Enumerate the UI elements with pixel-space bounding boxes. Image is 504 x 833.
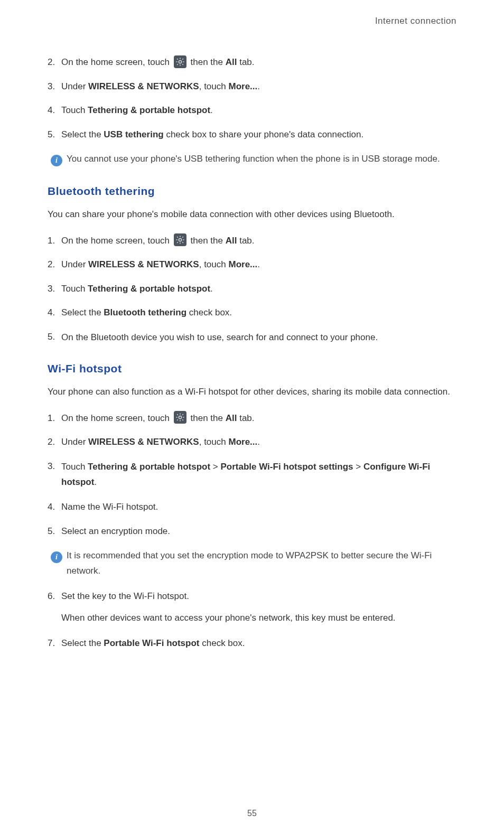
step-number: 2. — [48, 258, 61, 272]
step-text: Select the USB tethering check box to sh… — [61, 128, 456, 142]
step-text: On the home screen, touch then the All t… — [61, 55, 456, 69]
text: . — [257, 259, 260, 269]
text: On the home screen, touch — [61, 413, 172, 423]
wifi-heading: Wi-Fi hotspot — [48, 362, 456, 375]
text: Under — [61, 437, 88, 447]
step-text: Under WIRELESS & NETWORKS, touch More...… — [61, 80, 456, 93]
step-number: 5. — [48, 525, 61, 538]
text: . — [210, 105, 213, 115]
bold-text: More... — [228, 437, 257, 447]
text: > — [210, 462, 220, 472]
text: , touch — [199, 437, 229, 447]
note-text: It is recommended that you set the encry… — [67, 548, 456, 579]
settings-icon — [174, 55, 186, 68]
step-number: 4. — [48, 306, 61, 320]
bold-text: Tethering & portable hotspot — [88, 462, 210, 472]
step-number: 4. — [48, 500, 61, 514]
settings-icon — [174, 411, 186, 424]
step-text: Touch Tethering & portable hotspot. — [61, 282, 456, 296]
wifi-desc: Your phone can also function as a Wi-Fi … — [48, 385, 456, 400]
step-subtext: When other devices want to access your p… — [61, 611, 456, 626]
step-number: 5. — [48, 128, 61, 142]
bluetooth-heading: Bluetooth tethering — [48, 185, 456, 198]
bt-step-1: 1. On the home screen, touch then the Al… — [48, 234, 456, 248]
text: On the home screen, touch — [61, 236, 172, 246]
wifi-step-3: 3. Touch Tethering & portable hotspot > … — [48, 460, 456, 490]
page-header: Internet connection — [48, 16, 456, 26]
step-number: 3. — [48, 282, 61, 296]
wifi-step-7: 7. Select the Portable Wi-Fi hotspot che… — [48, 637, 456, 650]
bold-text: Bluetooth tethering — [104, 307, 186, 317]
step-text: Select the Bluetooth tethering check box… — [61, 306, 456, 320]
text: Select the — [61, 638, 104, 648]
step-number: 3. — [48, 460, 61, 490]
step-number: 4. — [48, 104, 61, 117]
wifi-step-2: 2. Under WIRELESS & NETWORKS, touch More… — [48, 435, 456, 449]
text: . — [210, 284, 213, 294]
svg-point-1 — [179, 239, 181, 241]
step-text: Touch Tethering & portable hotspot. — [61, 104, 456, 117]
svg-point-2 — [179, 416, 181, 418]
wifi-step-5: 5. Select an encryption mode. — [48, 525, 456, 538]
step-text: On the home screen, touch then the All t… — [61, 234, 456, 248]
text: check box to share your phone's data con… — [164, 129, 363, 139]
text: tab. — [237, 57, 254, 67]
step-number: 2. — [48, 55, 61, 69]
text: Select the — [61, 307, 104, 317]
bold-text: More... — [228, 259, 257, 269]
bold-text: All — [226, 236, 237, 246]
step-text: Under WIRELESS & NETWORKS, touch More...… — [61, 258, 456, 272]
text: then the — [191, 413, 226, 423]
usb-note: i You cannot use your phone's USB tether… — [48, 152, 456, 168]
info-icon-circle: i — [51, 155, 62, 166]
usb-step-4: 4. Touch Tethering & portable hotspot. — [48, 104, 456, 117]
wifi-step-1: 1. On the home screen, touch then the Al… — [48, 411, 456, 425]
note-text: You cannot use your phone's USB tetherin… — [67, 152, 456, 168]
text: Touch — [61, 462, 88, 472]
bold-text: WIRELESS & NETWORKS — [88, 81, 199, 91]
bold-text: All — [226, 57, 237, 67]
info-icon: i — [48, 548, 67, 579]
text: Touch — [61, 105, 88, 115]
text: Under — [61, 81, 88, 91]
step-text: On the Bluetooth device you wish to use,… — [61, 330, 456, 345]
wifi-note: i It is recommended that you set the enc… — [48, 548, 456, 579]
bt-step-4: 4. Select the Bluetooth tethering check … — [48, 306, 456, 320]
bold-text: Tethering & portable hotspot — [88, 284, 210, 294]
step-text: Set the key to the Wi-Fi hotspot. — [61, 589, 456, 603]
svg-point-0 — [179, 60, 181, 63]
bt-step-3: 3. Touch Tethering & portable hotspot. — [48, 282, 456, 296]
page-number: 55 — [247, 809, 257, 818]
text: On the home screen, touch — [61, 57, 172, 67]
text: tab. — [237, 236, 254, 246]
bold-text: WIRELESS & NETWORKS — [88, 259, 199, 269]
usb-step-2: 2. On the home screen, touch then the Al… — [48, 55, 456, 69]
step-text: Select an encryption mode. — [61, 525, 456, 538]
step-text: Select the Portable Wi-Fi hotspot check … — [61, 637, 456, 650]
bold-text: Portable Wi-Fi hotspot — [104, 638, 199, 648]
bold-text: Portable Wi-Fi hotspot settings — [220, 462, 353, 472]
usb-step-3: 3. Under WIRELESS & NETWORKS, touch More… — [48, 80, 456, 93]
step-number: 7. — [48, 637, 61, 650]
bt-step-5: 5. On the Bluetooth device you wish to u… — [48, 330, 456, 345]
step-text: Name the Wi-Fi hotspot. — [61, 500, 456, 514]
info-icon-circle: i — [51, 551, 62, 563]
step-number: 3. — [48, 80, 61, 93]
text: Under — [61, 259, 88, 269]
bold-text: USB tethering — [104, 129, 163, 139]
text: then the — [191, 57, 226, 67]
wifi-step-6: 6. Set the key to the Wi-Fi hotspot. Whe… — [48, 589, 456, 625]
text: > — [353, 462, 363, 472]
step-text: Touch Tethering & portable hotspot > Por… — [61, 460, 456, 490]
bluetooth-desc: You can share your phone's mobile data c… — [48, 207, 456, 222]
step-number: 6. — [48, 589, 61, 603]
bold-text: All — [226, 413, 237, 423]
step-number: 1. — [48, 411, 61, 425]
text: Touch — [61, 284, 88, 294]
bold-text: More... — [228, 81, 257, 91]
bold-text: WIRELESS & NETWORKS — [88, 437, 199, 447]
usb-step-5: 5. Select the USB tethering check box to… — [48, 128, 456, 142]
text: . — [257, 81, 260, 91]
text: , touch — [199, 81, 229, 91]
info-icon: i — [48, 152, 67, 168]
